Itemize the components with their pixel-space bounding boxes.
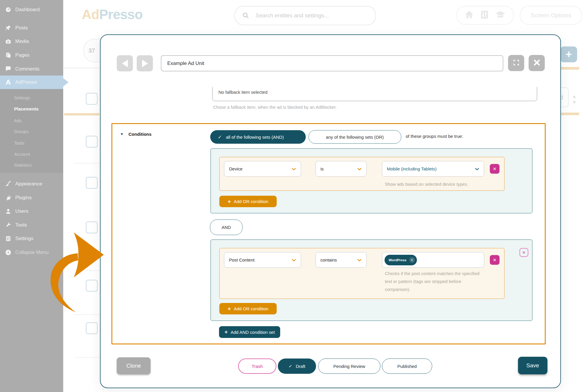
x-icon: ✕	[493, 257, 497, 263]
previous-item-button[interactable]	[117, 55, 133, 71]
sidebar-subitem-settings[interactable]: Settings	[0, 92, 63, 103]
adpresso-admin-page: Dashboard Posts Media Pages Comments	[0, 0, 588, 392]
plus-icon: +	[566, 48, 572, 61]
remove-condition-button[interactable]: ✕	[490, 255, 500, 265]
and-connector-pill: AND	[210, 220, 243, 235]
sidebar-item-label: Tools	[15, 222, 27, 228]
sidebar-subitem-ads[interactable]: Ads	[0, 115, 63, 126]
bg-table-accent-bar	[64, 113, 99, 115]
x-icon: ✕	[522, 250, 526, 255]
condition-operator-value: is	[320, 166, 324, 171]
add-or-condition-button[interactable]: + Add OR condition	[219, 303, 277, 314]
published-label: Published	[397, 364, 417, 369]
add-or-label: Add OR condition	[234, 306, 268, 311]
condition-value-tag-input[interactable]: WordPress x	[382, 252, 484, 268]
row-checkbox[interactable]	[86, 93, 98, 105]
sidebar-item-media[interactable]: Media	[0, 35, 63, 48]
condition-set-1: Device is Mobile (including Tablets)	[211, 148, 532, 213]
wrench-icon	[5, 222, 12, 229]
toggle-all-sets-and[interactable]: ✓ all of the following sets (AND)	[210, 130, 306, 144]
sidebar-subitem-placements[interactable]: Placements	[0, 103, 63, 114]
remove-tag-icon[interactable]: x	[409, 257, 415, 263]
global-search[interactable]	[234, 6, 376, 25]
tag-label: WordPress	[389, 258, 407, 262]
status-pending-review-button[interactable]: Pending Review	[318, 359, 380, 374]
condition-value-text: Mobile (including Tablets)	[387, 166, 437, 171]
remove-set-button[interactable]: ✕	[519, 248, 528, 257]
sidebar-item-tools2[interactable]: Tools	[0, 218, 63, 232]
search-input[interactable]	[255, 12, 365, 19]
ad-title-input[interactable]	[161, 55, 503, 71]
sidebar-subitem-account[interactable]: Account	[0, 148, 63, 160]
row-checkbox[interactable]	[86, 177, 98, 189]
condition-row: Post Content contains WordPress	[219, 248, 505, 299]
pages-icon	[5, 52, 12, 59]
arrow-right-icon	[142, 60, 148, 67]
close-modal-button[interactable]	[529, 55, 545, 71]
trash-label: Trash	[252, 364, 263, 369]
row-checkbox[interactable]	[86, 136, 98, 148]
graduation-cap-icon[interactable]	[495, 9, 506, 21]
screen-options-label: Screen Options	[531, 12, 571, 19]
sidebar-item-appearance[interactable]: Appearance	[0, 177, 63, 191]
home-icon[interactable]	[464, 9, 475, 21]
clone-button[interactable]: Clone	[117, 357, 151, 374]
remove-condition-button[interactable]: ✕	[490, 164, 500, 174]
condition-subject-select[interactable]: Post Content	[224, 252, 301, 268]
fullscreen-button[interactable]	[508, 55, 524, 71]
conditions-fieldset: ▼ Conditions ✓ all of the following sets…	[111, 123, 546, 344]
fallback-select[interactable]: No fallback item selected	[212, 87, 537, 101]
sidebar-subitem-statistics[interactable]: Statistics	[0, 159, 63, 170]
connector-label: AND	[222, 225, 231, 230]
close-icon	[533, 59, 541, 68]
toggle-or-label: any of the following sets (OR)	[326, 135, 384, 140]
sidebar-item-label: Pages	[15, 52, 29, 58]
sidebar-item-comments[interactable]: Comments	[0, 62, 63, 76]
chevron-down-icon	[292, 257, 296, 262]
condition-operator-select[interactable]: contains	[315, 252, 367, 268]
sidebar-item-users[interactable]: Users	[0, 205, 63, 218]
condition-operator-select[interactable]: is	[315, 161, 367, 177]
sidebar-item-adpresso[interactable]: A AdPresso	[0, 76, 63, 89]
add-new-button[interactable]: +	[560, 46, 577, 62]
sidebar-subitem-groups[interactable]: Groups	[0, 126, 63, 137]
sort-down-icon[interactable]: ▼	[572, 100, 577, 104]
sidebar-subitem-label: Tools	[14, 140, 24, 145]
add-or-condition-button[interactable]: + Add OR condition	[219, 196, 277, 207]
add-or-label: Add OR condition	[234, 199, 268, 204]
search-icon	[242, 12, 250, 19]
sidebar-item-label: Comments	[15, 66, 39, 72]
ad-edit-modal: No fallback item selected Chose a fallba…	[100, 34, 561, 388]
sidebar-item-plugins[interactable]: Plugins	[0, 191, 63, 205]
sidebar-subitem-tools[interactable]: Tools	[0, 137, 63, 148]
media-icon	[5, 38, 12, 45]
dashboard-icon	[5, 6, 12, 13]
next-item-button[interactable]	[137, 55, 153, 71]
toggle-any-sets-or[interactable]: any of the following sets (OR)	[308, 130, 401, 144]
sidebar-item-pages[interactable]: Pages	[0, 48, 63, 62]
sort-up-icon[interactable]: ▲	[572, 94, 577, 98]
sidebar-subitem-label: Ads	[14, 118, 22, 123]
condition-subject-select[interactable]: Device	[224, 161, 301, 177]
save-button[interactable]: Save	[518, 357, 547, 374]
current-menu-arrow	[63, 78, 69, 86]
settings-sliders-icon[interactable]	[479, 9, 490, 21]
sidebar-item-dashboard[interactable]: Dashboard	[0, 3, 63, 16]
user-icon	[5, 208, 12, 215]
row-checkbox[interactable]	[86, 322, 98, 334]
trash-button[interactable]: Trash	[238, 359, 276, 374]
add-and-condition-set-button[interactable]: + Add AND condition set	[219, 326, 280, 338]
condition-set-2: ✕ Post Content contains	[211, 239, 532, 321]
sidebar-subitem-label: Groups	[14, 129, 29, 134]
sidebar-item-posts[interactable]: Posts	[0, 21, 63, 35]
sidebar-item-label: Settings	[15, 236, 33, 242]
plus-icon: +	[224, 329, 228, 335]
condition-value-select[interactable]: Mobile (including Tablets)	[382, 161, 484, 177]
collapse-circle-icon	[5, 249, 12, 256]
screen-options-button[interactable]: Screen Options	[520, 6, 582, 25]
chevron-down-icon	[475, 166, 479, 171]
status-draft-button[interactable]: ✓ Draft	[278, 359, 316, 374]
status-published-button[interactable]: Published	[382, 359, 432, 374]
bg-row-divider	[74, 163, 99, 164]
collapse-triangle-icon[interactable]: ▼	[120, 132, 123, 136]
